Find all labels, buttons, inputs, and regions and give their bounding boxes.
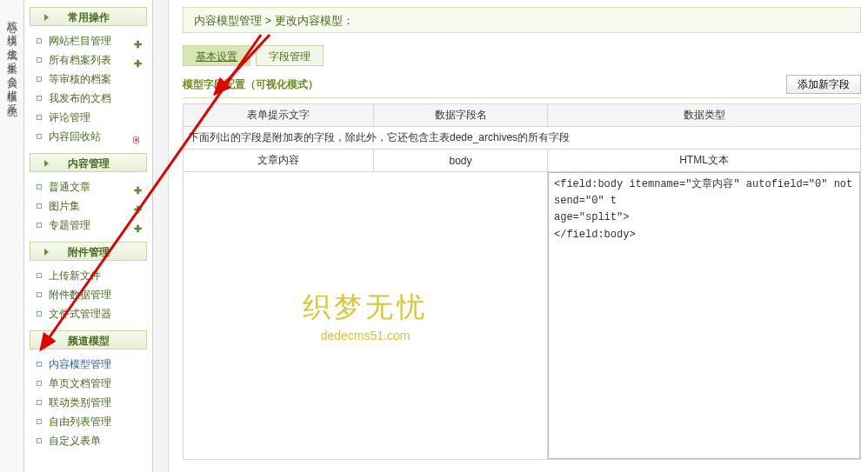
bullet-icon: [37, 400, 42, 405]
section-title: 常用操作: [68, 11, 110, 23]
bullet-icon: [37, 38, 42, 43]
section-title: 附件管理: [68, 246, 110, 258]
menu-link[interactable]: 普通文章: [49, 181, 90, 193]
bullet-icon: [37, 292, 42, 297]
bullet-icon: [37, 115, 42, 120]
menu-link[interactable]: 上传新文件: [49, 269, 101, 282]
cell-label: 文章内容: [184, 150, 374, 172]
section-header[interactable]: 常用操作: [30, 7, 147, 26]
table-row: 文章内容 body HTML文本: [184, 150, 861, 172]
triangle-icon: [44, 249, 49, 256]
section-title: 内容管理: [68, 157, 110, 170]
section-header[interactable]: 内容管理: [30, 153, 147, 172]
triangle-icon: [44, 160, 49, 167]
bullet-icon: [37, 438, 42, 443]
menu-link[interactable]: 自由列表管理: [49, 415, 111, 428]
menu-link[interactable]: 专题管理: [49, 219, 90, 231]
triangle-icon: [44, 337, 49, 344]
tabs: 基本设置 字段管理: [183, 45, 861, 66]
menu-item[interactable]: 专题管理✚: [35, 216, 145, 235]
menu-link[interactable]: 网站栏目管理: [49, 35, 111, 47]
menu-link[interactable]: 等审核的档案: [49, 73, 111, 85]
left-rail-item[interactable]: 生成: [4, 35, 19, 49]
bullet-icon: [37, 223, 42, 228]
bullet-icon: [37, 273, 42, 278]
field-table: 表单提示文字 数据字段名 数据类型 下面列出的字段是附加表的字段，除此外，它还包…: [183, 103, 861, 460]
table-header-row: 表单提示文字 数据字段名 数据类型: [184, 104, 861, 127]
bullet-icon: [37, 76, 42, 82]
menu-item[interactable]: 联动类别管理: [35, 393, 145, 412]
menu-link[interactable]: 单页文档管理: [49, 377, 111, 389]
bullet-icon: [37, 184, 42, 189]
menu-item[interactable]: 图片集✚: [35, 196, 145, 216]
left-rail-item[interactable]: 系统: [4, 90, 19, 104]
menu-link[interactable]: 文件式管理器: [49, 308, 111, 320]
breadcrumb: 内容模型管理 > 更改内容模型：: [183, 7, 861, 33]
menu-item[interactable]: 文件式管理器: [35, 304, 145, 323]
section-header[interactable]: 频道模型: [30, 330, 147, 349]
bullet-icon: [37, 362, 42, 367]
table-note: 下面列出的字段是附加表的字段，除此外，它还包含主表dede_archives的所…: [184, 127, 861, 150]
code-cell: <field:body itemname="文章内容" autofield="0…: [548, 172, 861, 460]
menu-link[interactable]: 评论管理: [49, 111, 90, 123]
menu-link[interactable]: 内容模型管理: [49, 358, 111, 370]
section-title: 频道模型: [68, 335, 110, 347]
menu-list: 内容模型管理单页文档管理联动类别管理自由列表管理自定义表单: [30, 355, 147, 454]
bullet-icon: [37, 57, 42, 63]
bullet-icon: [37, 419, 42, 424]
bullet-icon: [37, 203, 42, 209]
add-field-button[interactable]: 添加新字段: [786, 75, 861, 94]
bullet-icon: [37, 134, 42, 139]
menu-item[interactable]: 评论管理: [35, 108, 145, 127]
th-type: 数据类型: [548, 104, 861, 127]
th-label: 表单提示文字: [184, 104, 374, 127]
menu-item[interactable]: 单页文档管理: [35, 374, 145, 393]
triangle-icon: [44, 14, 49, 21]
tab-field-manage[interactable]: 字段管理: [256, 45, 324, 66]
menu-item[interactable]: 自定义表单: [35, 431, 145, 450]
sidebar: 常用操作网站栏目管理✚所有档案列表✚等审核的档案我发布的文档评论管理内容回收站⛨…: [24, 0, 153, 472]
code-textarea[interactable]: <field:body itemname="文章内容" autofield="0…: [548, 172, 860, 459]
cell-field: body: [374, 150, 548, 172]
menu-item[interactable]: 内容模型管理: [35, 355, 145, 374]
menu-list: 普通文章✚图片集✚专题管理✚: [30, 177, 147, 238]
menu-list: 网站栏目管理✚所有档案列表✚等审核的档案我发布的文档评论管理内容回收站⛨: [30, 31, 147, 150]
menu-link[interactable]: 所有档案列表: [49, 54, 111, 66]
menu-item[interactable]: 上传新文件: [35, 266, 145, 285]
left-rail-item[interactable]: 核心: [4, 7, 19, 21]
left-rail-item[interactable]: 会员: [4, 63, 19, 76]
bullet-icon: [37, 381, 42, 386]
watermark-cell: 织梦无忧 dedecms51.com 模型字段配置（文本模式） 修改配置文本可调…: [184, 172, 548, 460]
watermark: 织梦无忧 dedecms51.com: [303, 289, 428, 342]
visual-mode-title: 模型字段配置（可视化模式）: [183, 77, 786, 92]
menu-link[interactable]: 我发布的文档: [49, 92, 111, 104]
left-rail-item[interactable]: 采集: [4, 49, 19, 63]
menu-item[interactable]: 网站栏目管理✚: [35, 31, 145, 50]
left-rail: 核心模块生成采集会员模板系统: [0, 0, 24, 472]
menu-item[interactable]: 我发布的文档: [35, 89, 145, 108]
section-header[interactable]: 附件管理: [30, 242, 147, 261]
bullet-icon: [37, 311, 42, 316]
bullet-icon: [37, 96, 42, 101]
main-content: 内容模型管理 > 更改内容模型： 基本设置 字段管理 模型字段配置（可视化模式）…: [169, 0, 868, 472]
shield-icon: ⛨: [132, 130, 142, 150]
menu-item[interactable]: 等审核的档案: [35, 70, 145, 89]
tab-basic-settings[interactable]: 基本设置: [183, 45, 250, 66]
menu-link[interactable]: 联动类别管理: [49, 396, 111, 409]
menu-item[interactable]: 普通文章✚: [35, 177, 145, 196]
menu-item[interactable]: 所有档案列表✚: [35, 50, 145, 70]
th-field: 数据字段名: [374, 104, 548, 127]
left-rail-item[interactable]: 模块: [4, 21, 19, 35]
menu-link[interactable]: 图片集: [49, 200, 80, 212]
divider: [153, 0, 169, 472]
menu-link[interactable]: 内容回收站: [49, 130, 101, 143]
menu-link[interactable]: 自定义表单: [49, 435, 101, 447]
plus-icon: ✚: [134, 219, 142, 238]
left-rail-item[interactable]: 模板: [4, 76, 19, 90]
menu-list: 上传新文件附件数据管理文件式管理器: [30, 266, 147, 327]
menu-link[interactable]: 附件数据管理: [49, 289, 111, 301]
cell-type: HTML文本: [548, 150, 861, 172]
menu-item[interactable]: 自由列表管理: [35, 412, 145, 431]
menu-item[interactable]: 内容回收站⛨: [35, 127, 145, 146]
menu-item[interactable]: 附件数据管理: [35, 285, 145, 304]
